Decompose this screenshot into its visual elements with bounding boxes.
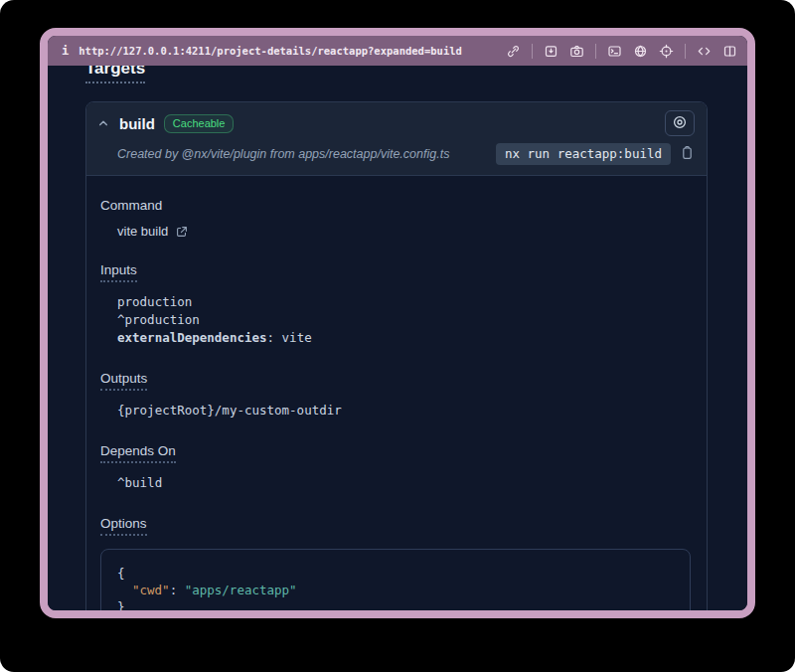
code-icon[interactable] — [697, 44, 712, 59]
copy-command-button[interactable] — [680, 145, 695, 164]
named-input-sep: : — [267, 330, 282, 345]
browser-window: i http://127.0.0.1:4211/project-details/… — [40, 28, 755, 618]
run-command-chip: nx run reactapp:build — [496, 143, 671, 165]
input-item: production — [117, 293, 691, 311]
json-key-cwd: "cwd" — [132, 583, 170, 597]
terminal-icon[interactable] — [607, 44, 622, 59]
json-sep: : — [170, 583, 185, 597]
toolbar-separator — [595, 44, 596, 59]
external-link-icon[interactable] — [175, 225, 189, 239]
globe-icon[interactable] — [633, 44, 648, 59]
output-item: {projectRoot}/my-custom-outdir — [117, 402, 691, 420]
section-depends-on: Depends On ^build — [100, 443, 691, 492]
toolbar-separator — [685, 44, 686, 59]
section-command: Command vite build — [100, 198, 691, 239]
json-value-cwd: "apps/reactapp" — [185, 583, 297, 597]
input-item-named: externalDependencies: vite — [117, 329, 691, 347]
info-icon: i — [62, 44, 69, 58]
build-target-body: Command vite build Inputs — [86, 176, 707, 610]
outputs-heading: Outputs — [100, 371, 147, 391]
input-item: ^production — [117, 311, 691, 329]
named-input-value: vite — [282, 330, 312, 345]
sidebar-icon[interactable] — [722, 44, 737, 59]
command-heading: Command — [100, 198, 162, 213]
named-input-key: externalDependencies — [117, 330, 267, 345]
crosshair-icon[interactable] — [659, 44, 674, 59]
depends-on-heading: Depends On — [100, 443, 176, 463]
json-close-brace: } — [117, 598, 674, 610]
screenshot-background: i http://127.0.0.1:4211/project-details/… — [0, 0, 795, 672]
json-open-brace: { — [117, 565, 674, 582]
section-options: Options { "cwd": "apps/reactapp" } — [100, 516, 691, 610]
link-icon[interactable] — [506, 44, 521, 59]
section-outputs: Outputs {projectRoot}/my-custom-outdir — [100, 371, 691, 420]
build-target-header[interactable]: build Cacheable Created by @nx/vite/plug… — [86, 102, 707, 176]
toolbar-separator — [532, 44, 533, 59]
camera-icon[interactable] — [569, 44, 584, 59]
cacheable-badge: Cacheable — [164, 114, 235, 133]
toolbar-actions — [506, 44, 737, 59]
clipboard-icon — [680, 145, 695, 164]
page-title: Targets — [85, 66, 145, 84]
target-name-build: build — [119, 115, 155, 132]
import-icon[interactable] — [544, 44, 558, 59]
inputs-heading: Inputs — [100, 262, 137, 282]
target-card-build: build Cacheable Created by @nx/vite/plug… — [85, 101, 708, 610]
eye-icon — [672, 114, 688, 133]
project-details-page: Targets build Cacheable — [48, 66, 747, 610]
options-json-block: { "cwd": "apps/reactapp" } — [100, 549, 691, 610]
browser-toolbar: i http://127.0.0.1:4211/project-details/… — [48, 36, 747, 66]
command-value: vite build — [117, 224, 691, 239]
created-by-text: Created by @nx/vite/plugin from apps/rea… — [117, 147, 449, 161]
command-text: vite build — [117, 224, 168, 239]
options-heading: Options — [100, 516, 147, 536]
depends-on-item: ^build — [117, 474, 691, 492]
json-cwd-line: "cwd": "apps/reactapp" — [117, 582, 674, 598]
section-inputs: Inputs production ^production externalDe… — [100, 262, 691, 347]
chevron-up-icon[interactable] — [96, 116, 110, 130]
view-target-build-button[interactable] — [665, 110, 695, 136]
url-bar: http://127.0.0.1:4211/project-details/re… — [79, 45, 462, 57]
